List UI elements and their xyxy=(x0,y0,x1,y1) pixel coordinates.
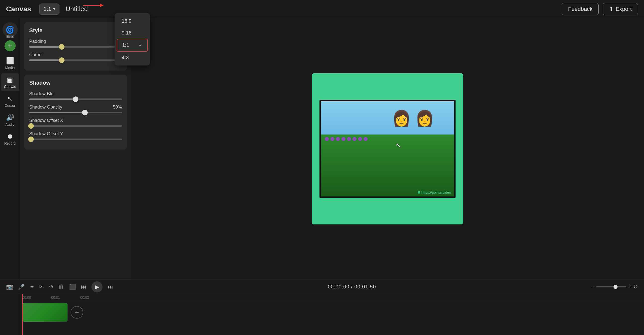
zoom-reset-button[interactable]: ↺ xyxy=(633,284,638,290)
style-section-title: Style xyxy=(29,27,122,34)
clip-thumbnail xyxy=(22,303,68,322)
timeline-body: 00:00 00:01 00:02 + xyxy=(0,294,644,335)
audio-icon: 🔊 xyxy=(6,114,14,121)
shadow-opacity-thumb[interactable] xyxy=(82,110,88,115)
video-clip[interactable] xyxy=(22,303,68,322)
feedback-button[interactable]: Feedback xyxy=(562,3,599,15)
flower xyxy=(364,137,368,141)
watermark-dot xyxy=(418,191,420,194)
export-button[interactable]: ⬆ Export xyxy=(603,3,638,15)
padding-thumb[interactable] xyxy=(59,44,65,50)
aspect-option-label: 9:16 xyxy=(122,30,132,36)
delete-button[interactable]: 🗑 xyxy=(58,284,64,290)
document-title[interactable]: Untitled xyxy=(66,5,88,13)
shadow-section: Shadow Shadow Blur Shadow Opacity 50% xyxy=(24,75,127,150)
shadow-opacity-value: 50% xyxy=(113,105,122,110)
flower xyxy=(330,137,334,141)
sidebar-item-label: Canvas xyxy=(4,85,16,89)
sidebar-item-cursor[interactable]: ↖ Cursor xyxy=(1,92,19,110)
camera-button[interactable]: 📷 xyxy=(6,284,13,290)
export-icon: ⬆ xyxy=(609,6,614,12)
ruler-mark: 00:00 xyxy=(22,295,31,299)
crop-button[interactable]: ✂ xyxy=(39,284,44,290)
aspect-option-label: 4:3 xyxy=(122,55,129,60)
aspect-option-9-16[interactable]: 9:16 xyxy=(117,27,148,39)
export-label: Export xyxy=(616,6,632,12)
sidebar-item-label: Media xyxy=(5,66,15,70)
add-clip-button[interactable]: + xyxy=(71,306,83,319)
sidebar-nav: 🌀 Beta + ⬜ Media ▣ Canvas ↖ Cursor 🔊 Aud… xyxy=(0,18,20,280)
sidebar-item-audio[interactable]: 🔊 Audio xyxy=(1,111,19,129)
timeline: 📷 🎤 ✦ ✂ ↺ 🗑 ⬛ ⏮ ▶ ⏭ 00:00.00 / 00:01.50 … xyxy=(0,280,644,335)
stop-button[interactable]: ⬛ xyxy=(69,284,76,290)
watermark-text: https://pointa.video xyxy=(421,190,451,194)
padding-slider-row: Padding xyxy=(29,39,122,48)
sidebar-item-label: Audio xyxy=(6,122,15,126)
aspect-option-4-3[interactable]: 4:3 xyxy=(117,52,148,63)
flower xyxy=(358,137,362,141)
add-button[interactable]: + xyxy=(5,40,16,51)
flower xyxy=(347,137,351,141)
flower xyxy=(352,137,357,141)
sidebar-item-record[interactable]: ⏺ Record xyxy=(1,130,19,148)
sidebar-item-media[interactable]: ⬜ Media xyxy=(1,54,19,72)
prev-button[interactable]: ⏮ xyxy=(81,284,86,290)
properties-panel: Style Padding Corner xyxy=(20,18,131,280)
refresh-button[interactable]: ↺ xyxy=(49,284,53,290)
shadow-offset-y-thumb[interactable] xyxy=(28,137,34,142)
zoom-in-button[interactable]: + xyxy=(628,284,631,290)
video-frame: 👩 👩 ↖ https://pointa.video xyxy=(319,100,456,198)
effects-button[interactable]: ✦ xyxy=(30,284,34,290)
zoom-controls: − + ↺ xyxy=(591,284,638,290)
corner-slider[interactable] xyxy=(29,59,122,61)
shadow-opacity-label: Shadow Opacity 50% xyxy=(29,105,122,110)
people-silhouette: 👩 👩 xyxy=(392,111,434,126)
aspect-option-label: 16:9 xyxy=(122,18,132,24)
timeline-sidebar xyxy=(0,294,20,335)
canvas-preview-area: 👩 👩 ↖ https://pointa.video xyxy=(131,18,644,280)
aspect-ratio-dropdown[interactable]: 1:1 ▾ xyxy=(39,4,60,15)
time-display: 00:00.00 / 00:01.50 xyxy=(118,284,586,290)
corner-label: Corner xyxy=(29,52,122,57)
main-layout: 🌀 Beta + ⬜ Media ▣ Canvas ↖ Cursor 🔊 Aud… xyxy=(0,18,644,280)
sidebar-item-canvas[interactable]: ▣ Canvas xyxy=(1,73,19,91)
ruler-mark: 00:02 xyxy=(80,295,89,299)
shadow-offset-y-slider[interactable] xyxy=(29,139,122,140)
shadow-opacity-track xyxy=(29,112,85,113)
next-button[interactable]: ⏭ xyxy=(108,284,113,290)
zoom-slider[interactable] xyxy=(596,286,626,287)
flower xyxy=(325,137,329,141)
timeline-playhead[interactable] xyxy=(22,294,23,335)
shadow-offset-x-thumb[interactable] xyxy=(28,123,34,129)
timeline-ruler: 00:00 00:01 00:02 xyxy=(20,294,644,301)
shadow-blur-slider[interactable] xyxy=(29,98,122,100)
watermark: https://pointa.video xyxy=(418,190,451,194)
chevron-down-icon: ▾ xyxy=(53,7,55,11)
aspect-ratio-value: 1:1 xyxy=(44,6,51,12)
corner-track xyxy=(29,59,62,61)
zoom-thumb[interactable] xyxy=(614,285,618,289)
sidebar-item-label: Cursor xyxy=(5,104,15,108)
shadow-offset-x-row: Shadow Offset X xyxy=(29,118,122,127)
shadow-opacity-slider[interactable] xyxy=(29,112,122,113)
corner-thumb[interactable] xyxy=(59,57,65,63)
shadow-offset-x-slider[interactable] xyxy=(29,125,122,127)
padding-label: Padding xyxy=(29,39,122,44)
logo: 🌀 Beta xyxy=(3,22,18,37)
play-button[interactable]: ▶ xyxy=(91,281,103,292)
aspect-option-16-9[interactable]: 16:9 xyxy=(117,15,148,27)
video-content: 👩 👩 ↖ https://pointa.video xyxy=(321,101,454,196)
aspect-option-label: 1:1 xyxy=(122,42,129,48)
aspect-option-1-1[interactable]: 1:1 ✓ xyxy=(117,39,148,52)
corner-slider-row: Corner xyxy=(29,52,122,61)
record-icon: ⏺ xyxy=(7,132,13,140)
shadow-blur-thumb[interactable] xyxy=(73,96,78,102)
sidebar-item-label: Record xyxy=(4,141,16,145)
mic-button[interactable]: 🎤 xyxy=(18,284,25,290)
flowers xyxy=(321,135,454,144)
ruler-mark: 00:01 xyxy=(51,295,60,299)
zoom-out-button[interactable]: − xyxy=(591,284,594,290)
annotation-arrow xyxy=(83,5,103,6)
padding-slider[interactable] xyxy=(29,46,122,48)
padding-track xyxy=(29,46,62,48)
